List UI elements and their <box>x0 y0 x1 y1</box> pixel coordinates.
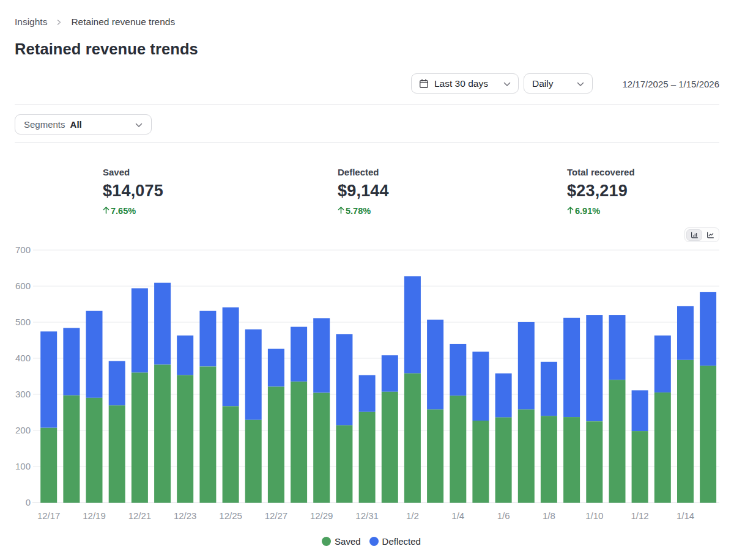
svg-text:200: 200 <box>15 425 31 435</box>
svg-text:500: 500 <box>15 317 31 327</box>
svg-text:1/6: 1/6 <box>497 510 510 521</box>
svg-text:12/21: 12/21 <box>128 510 152 521</box>
svg-text:1/8: 1/8 <box>543 510 555 521</box>
svg-text:1/10: 1/10 <box>585 510 603 521</box>
svg-text:100: 100 <box>15 461 31 471</box>
svg-text:1/4: 1/4 <box>451 510 464 521</box>
svg-text:12/17: 12/17 <box>37 510 61 521</box>
svg-text:1/12: 1/12 <box>631 510 648 521</box>
svg-text:12/23: 12/23 <box>174 510 197 521</box>
svg-text:600: 600 <box>15 281 31 291</box>
svg-text:12/31: 12/31 <box>355 510 379 521</box>
svg-text:1/2: 1/2 <box>406 510 419 521</box>
svg-text:300: 300 <box>15 389 31 399</box>
svg-text:0: 0 <box>26 497 31 507</box>
svg-text:12/27: 12/27 <box>265 510 288 521</box>
svg-text:400: 400 <box>15 353 31 363</box>
svg-text:700: 700 <box>15 245 31 255</box>
svg-text:12/25: 12/25 <box>219 510 242 521</box>
svg-text:1/14: 1/14 <box>677 510 694 521</box>
svg-text:12/19: 12/19 <box>83 510 106 521</box>
svg-text:12/29: 12/29 <box>310 510 333 521</box>
